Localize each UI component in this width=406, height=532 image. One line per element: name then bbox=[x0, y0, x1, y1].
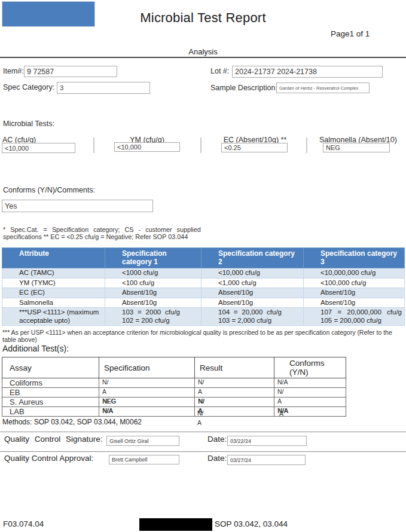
cell-result: N/ bbox=[195, 398, 274, 407]
test-input-ym[interactable] bbox=[114, 142, 180, 152]
divider bbox=[200, 137, 202, 153]
cell-attribute: AC (TAMC) bbox=[2, 268, 105, 279]
cell-specification: N/ bbox=[99, 378, 195, 388]
signature-date-input[interactable] bbox=[227, 436, 307, 446]
cell-assay: Coliforms bbox=[2, 378, 99, 388]
col-header-cat2: Specification category 2 bbox=[202, 248, 304, 268]
approval-date-input[interactable] bbox=[227, 455, 306, 465]
cell-specification: A bbox=[99, 388, 195, 398]
divider bbox=[0, 432, 406, 432]
page-title: Microbial Test Report bbox=[0, 10, 406, 26]
cell-conforms: N/ bbox=[274, 388, 346, 398]
additional-tests-heading: Additional Test(s): bbox=[2, 344, 69, 353]
col-header-result: Result bbox=[195, 357, 274, 378]
table-row: YM (TYMC) <100 cfu/g <1,000 cfu/g <100,0… bbox=[2, 278, 405, 288]
qc-approval-label: Quality Control Approval: bbox=[4, 454, 93, 463]
cell-cat3: 107 = 20,000,000 cfu/g 105 = 200,000 cfu… bbox=[304, 308, 405, 326]
cell-result: N/ bbox=[195, 378, 274, 388]
cell-specification: NEG bbox=[99, 398, 195, 407]
cell-specification: N/A bbox=[99, 407, 195, 417]
cell-cat3: Absent/10g bbox=[304, 298, 405, 308]
test-input-salmonella[interactable] bbox=[323, 143, 390, 152]
item-input[interactable] bbox=[24, 66, 117, 77]
cell-conforms: A bbox=[274, 398, 346, 407]
cell-result: A bbox=[195, 407, 274, 417]
conforms-input[interactable] bbox=[2, 200, 153, 212]
specification-table: Attribute Specification category 1 Speci… bbox=[2, 247, 405, 326]
col-header-cat3: Specification category 3 bbox=[304, 248, 405, 268]
table-header-row: Assay Specification Result Conforms (Y/N… bbox=[2, 357, 346, 378]
qc-approval-input[interactable] bbox=[109, 455, 179, 464]
report-page: Microbial Test Report Page1 of 1 Analysi… bbox=[0, 0, 406, 532]
lot-label: Lot #: bbox=[210, 67, 229, 75]
cell-attribute: YM (TYMC) bbox=[2, 278, 105, 288]
cell-cat1: 103 = 2000 cfu/g 102 = 200 cfu/g bbox=[105, 308, 202, 326]
sample-description-input[interactable] bbox=[276, 82, 370, 93]
lot-input[interactable] bbox=[232, 66, 383, 78]
overflow-conforms-text: A bbox=[279, 410, 283, 417]
cell-cat2: Absent/10g bbox=[202, 288, 304, 298]
cell-cat2: <1,000 cfu/g bbox=[202, 278, 304, 288]
table-row: LAB N/A A N/A bbox=[2, 407, 346, 417]
item-label: Item#: bbox=[3, 67, 24, 75]
cell-cat1: Absent/10g bbox=[105, 288, 202, 298]
table-row: Salmonella Absent/10g Absent/10g Absent/… bbox=[2, 298, 405, 308]
cell-cat3: Absent/10g bbox=[304, 288, 405, 298]
cell-cat2: <10,000 cfu/g bbox=[202, 268, 304, 279]
footer-sop-reference: SOP 03.042, 03.044 bbox=[215, 519, 288, 528]
col-header-specification: Specification bbox=[99, 357, 195, 378]
approval-date-label: Date: bbox=[207, 454, 227, 463]
table-row-usp: ***USP <1111> (maximum acceptable upto) … bbox=[2, 308, 405, 326]
table-row: Coliforms N/ N/ N/A bbox=[2, 378, 346, 388]
cell-cat1: Absent/10g bbox=[105, 298, 202, 308]
cell-assay: LAB bbox=[2, 407, 99, 417]
divider bbox=[306, 137, 307, 153]
col-header-conforms: Conforms (Y/N) bbox=[274, 357, 346, 378]
redaction-block bbox=[139, 518, 212, 531]
col-header-attribute: Attribute bbox=[2, 248, 105, 268]
table-row: EB A A N/ bbox=[2, 388, 346, 398]
usp-footnote: *** As per USP <1111> when an acceptance… bbox=[2, 329, 404, 343]
qc-signature-input[interactable] bbox=[106, 436, 179, 446]
test-input-ac[interactable] bbox=[2, 143, 75, 153]
signature-date-label: Date: bbox=[207, 435, 227, 444]
table-row: EC (EC) Absent/10g Absent/10g Absent/10g bbox=[2, 288, 405, 298]
spec-category-input[interactable] bbox=[57, 82, 150, 94]
additional-tests-table: Assay Specification Result Conforms (Y/N… bbox=[2, 357, 346, 417]
overflow-result-text: N/ bbox=[197, 409, 204, 417]
cell-attribute: ***USP <1111> (maximum acceptable upto) bbox=[2, 308, 105, 326]
cell-cat2: 104 = 20,000 cfu/g 103 = 2,000 cfu/g bbox=[202, 308, 304, 326]
divider bbox=[0, 451, 406, 452]
cell-cat3: <10,000,000 cfu/g bbox=[304, 268, 405, 279]
cell-conforms: N/A bbox=[274, 407, 346, 417]
spec-category-label: Spec Category: * bbox=[3, 83, 60, 91]
cell-cat3: <100,000 cfu/g bbox=[304, 278, 405, 288]
qc-signature-label: Quality Control Signature: bbox=[4, 435, 103, 444]
test-input-ec[interactable] bbox=[221, 143, 288, 152]
microbial-tests-heading: Microbial Tests: bbox=[3, 120, 54, 128]
sample-description-label: Sample Description: bbox=[210, 84, 277, 92]
table-header-row: Attribute Specification category 1 Speci… bbox=[2, 248, 405, 268]
methods-text: Methods: SOP 03.042, SOP 03.044, M0062 bbox=[2, 418, 142, 426]
cell-result: A bbox=[195, 388, 274, 398]
cell-attribute: Salmonella bbox=[2, 298, 105, 308]
cell-cat1: <100 cfu/g bbox=[105, 278, 202, 288]
cell-cat2: Absent/10g bbox=[202, 298, 304, 308]
cell-assay: S. Aureus bbox=[2, 398, 99, 407]
section-heading-analysis: Analysis bbox=[0, 47, 406, 56]
conforms-label: Conforms (Y/N)/Comments: bbox=[3, 186, 95, 194]
footer-form-number: F03.074.04 bbox=[3, 519, 44, 528]
col-header-cat1: Specification category 1 bbox=[105, 248, 202, 268]
divider bbox=[93, 137, 94, 153]
col-header-assay: Assay bbox=[2, 357, 99, 378]
overflow-result-text: A bbox=[197, 419, 202, 426]
spec-note-line2: specifications ** EC = <0.25 cfu/g = Neg… bbox=[3, 234, 273, 241]
page-indicator: Page1 of 1 bbox=[331, 29, 370, 38]
cell-cat1: <1000 cfu/g bbox=[105, 268, 202, 279]
table-row: S. Aureus NEG N/ A bbox=[2, 398, 346, 407]
divider bbox=[0, 57, 406, 58]
cell-assay: EB bbox=[2, 388, 99, 398]
cell-attribute: EC (EC) bbox=[2, 288, 105, 298]
cell-conforms: N/A bbox=[274, 378, 346, 388]
table-row: AC (TAMC) <1000 cfu/g <10,000 cfu/g <10,… bbox=[2, 268, 405, 279]
